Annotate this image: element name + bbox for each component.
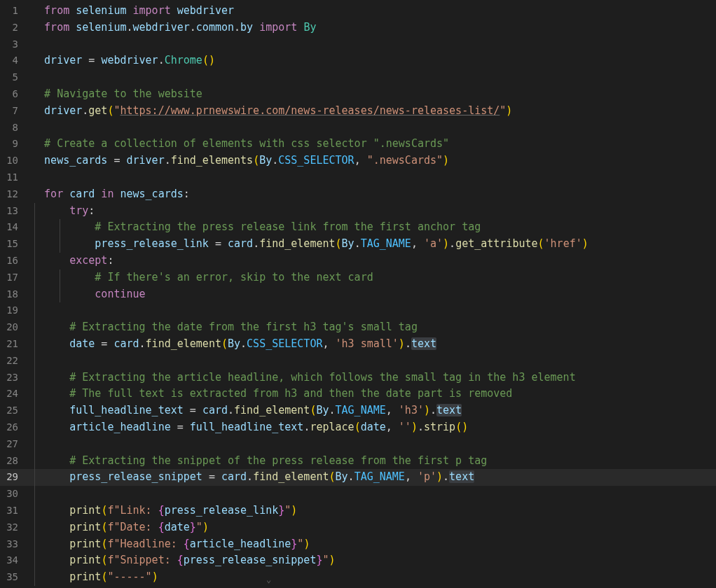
code-line[interactable]: 18 continue — [0, 286, 716, 303]
line-content[interactable]: date = card.find_element(By.CSS_SELECTOR… — [25, 336, 436, 353]
code-line[interactable]: 30 — [0, 486, 716, 503]
code-line[interactable]: 21 date = card.find_element(By.CSS_SELEC… — [0, 336, 716, 353]
code-line[interactable]: 1 from selenium import webdriver — [0, 3, 716, 20]
code-line[interactable]: 2 from selenium.webdriver.common.by impo… — [0, 20, 716, 36]
line-number[interactable]: 10 — [0, 153, 25, 169]
code-line[interactable]: 22 — [0, 353, 716, 370]
line-number[interactable]: 5 — [0, 69, 25, 86]
code-line[interactable]: 8 — [0, 120, 716, 136]
line-number[interactable]: 2 — [0, 20, 25, 36]
code-line[interactable]: 27 — [0, 436, 716, 453]
line-number[interactable]: 1 — [0, 3, 25, 20]
line-number[interactable]: 23 — [0, 370, 25, 386]
line-number[interactable]: 13 — [0, 203, 25, 220]
line-content[interactable] — [25, 353, 44, 370]
line-number[interactable]: 31 — [0, 503, 25, 519]
line-number[interactable]: 15 — [0, 236, 25, 253]
code-line[interactable]: 14 # Extracting the press release link f… — [0, 219, 716, 236]
line-content[interactable] — [25, 436, 44, 453]
code-line[interactable]: 31 print(f"Link: {press_release_link}") — [0, 503, 716, 519]
line-content[interactable]: driver.get("https://www.prnewswire.com/n… — [25, 103, 512, 120]
code-line[interactable]: 24 # The full text is extracted from h3 … — [0, 386, 716, 402]
line-number[interactable]: 18 — [0, 286, 25, 303]
code-line[interactable]: 4 driver = webdriver.Chrome() — [0, 52, 716, 69]
code-line[interactable]: 11 — [0, 169, 716, 186]
line-content[interactable]: except: — [25, 253, 113, 270]
line-number[interactable]: 25 — [0, 402, 25, 419]
code-line[interactable]: 19 — [0, 302, 716, 319]
line-content[interactable] — [25, 486, 44, 503]
line-content[interactable]: try: — [25, 203, 95, 220]
line-number[interactable]: 12 — [0, 186, 25, 203]
line-number[interactable]: 34 — [0, 552, 25, 569]
line-content[interactable]: driver = webdriver.Chrome() — [25, 52, 215, 69]
line-number[interactable]: 19 — [0, 302, 25, 319]
code-line[interactable]: 34 print(f"Snippet: {press_release_snipp… — [0, 552, 716, 569]
line-content[interactable]: full_headline_text = card.find_element(B… — [25, 402, 462, 419]
line-content[interactable]: print(f"Date: {date}") — [25, 519, 209, 536]
line-content[interactable]: continue — [25, 286, 146, 303]
code-line[interactable]: 33 print(f"Headline: {article_headline}"… — [0, 536, 716, 553]
line-number[interactable]: 35 — [0, 569, 25, 586]
line-number[interactable]: 7 — [0, 103, 25, 120]
code-line[interactable]: 5 — [0, 69, 716, 86]
line-content[interactable]: article_headline = full_headline_text.re… — [25, 419, 468, 436]
code-line[interactable]: 9 # Create a collection of elements with… — [0, 136, 716, 153]
line-content[interactable]: # Navigate to the website — [25, 86, 202, 103]
line-content[interactable]: # Extracting the date from the first h3 … — [25, 319, 418, 336]
code-line[interactable]: 7 driver.get("https://www.prnewswire.com… — [0, 103, 716, 120]
line-number[interactable]: 11 — [0, 169, 25, 186]
code-line[interactable]: 25 full_headline_text = card.find_elemen… — [0, 402, 716, 419]
line-content[interactable]: print("-----") — [25, 569, 158, 586]
line-number[interactable]: 27 — [0, 436, 25, 453]
line-number[interactable]: 20 — [0, 319, 25, 336]
line-content[interactable] — [25, 169, 44, 186]
code-line[interactable]: 35 print("-----") — [0, 569, 716, 586]
line-number[interactable]: 9 — [0, 136, 25, 153]
line-content[interactable]: # Extracting the article headline, which… — [25, 370, 576, 386]
line-content[interactable]: news_cards = driver.find_elements(By.CSS… — [25, 153, 449, 169]
line-content[interactable]: # Create a collection of elements with c… — [25, 136, 449, 153]
line-number[interactable]: 17 — [0, 270, 25, 286]
line-content[interactable]: press_release_link = card.find_element(B… — [25, 236, 588, 253]
code-line[interactable]: 15 press_release_link = card.find_elemen… — [0, 236, 716, 253]
line-number[interactable]: 8 — [0, 120, 25, 136]
line-number[interactable]: 21 — [0, 336, 25, 353]
line-number[interactable]: 26 — [0, 419, 25, 436]
line-number[interactable]: 24 — [0, 386, 25, 402]
line-number[interactable]: 6 — [0, 86, 25, 103]
line-content[interactable] — [25, 69, 44, 86]
line-content[interactable]: print(f"Link: {press_release_link}") — [25, 503, 297, 519]
line-content[interactable]: from selenium.webdriver.common.by import… — [25, 20, 316, 36]
code-line[interactable]: 12 for card in news_cards: — [0, 186, 716, 203]
code-line[interactable]: 20 # Extracting the date from the first … — [0, 319, 716, 336]
line-content[interactable] — [25, 120, 44, 136]
line-content[interactable]: # Extracting the snippet of the press re… — [25, 453, 487, 470]
line-content[interactable]: press_release_snippet = card.find_elemen… — [25, 469, 474, 486]
code-line[interactable]: 17 # If there's an error, skip to the ne… — [0, 270, 716, 286]
line-content[interactable]: print(f"Headline: {article_headline}") — [25, 536, 310, 553]
line-number[interactable]: 30 — [0, 486, 25, 503]
line-number[interactable]: 33 — [0, 536, 25, 553]
code-line[interactable]: 32 print(f"Date: {date}") — [0, 519, 716, 536]
line-number[interactable]: 32 — [0, 519, 25, 536]
line-number[interactable]: 3 — [0, 36, 25, 53]
code-line[interactable]: 23 # Extracting the article headline, wh… — [0, 370, 716, 386]
line-number[interactable]: 14 — [0, 219, 25, 236]
line-number[interactable]: 28 — [0, 453, 25, 470]
code-line[interactable]: 10 news_cards = driver.find_elements(By.… — [0, 153, 716, 169]
line-number[interactable]: 22 — [0, 353, 25, 370]
line-number[interactable]: 16 — [0, 253, 25, 270]
code-line[interactable]: 16 except: — [0, 253, 716, 270]
code-line[interactable]: 13 try: — [0, 203, 716, 220]
code-line[interactable]: 26 article_headline = full_headline_text… — [0, 419, 716, 436]
line-content[interactable]: print(f"Snippet: {press_release_snippet}… — [25, 552, 336, 569]
line-content[interactable]: # Extracting the press release link from… — [25, 219, 481, 236]
code-editor[interactable]: 1 from selenium import webdriver2 from s… — [0, 0, 716, 586]
code-line[interactable]: 28 # Extracting the snippet of the press… — [0, 453, 716, 470]
line-content[interactable]: for card in news_cards: — [25, 186, 190, 203]
code-line[interactable]: 3 — [0, 36, 716, 53]
line-content[interactable] — [25, 36, 44, 53]
line-content[interactable]: # The full text is extracted from h3 and… — [25, 386, 512, 402]
line-number[interactable]: 4 — [0, 52, 25, 69]
